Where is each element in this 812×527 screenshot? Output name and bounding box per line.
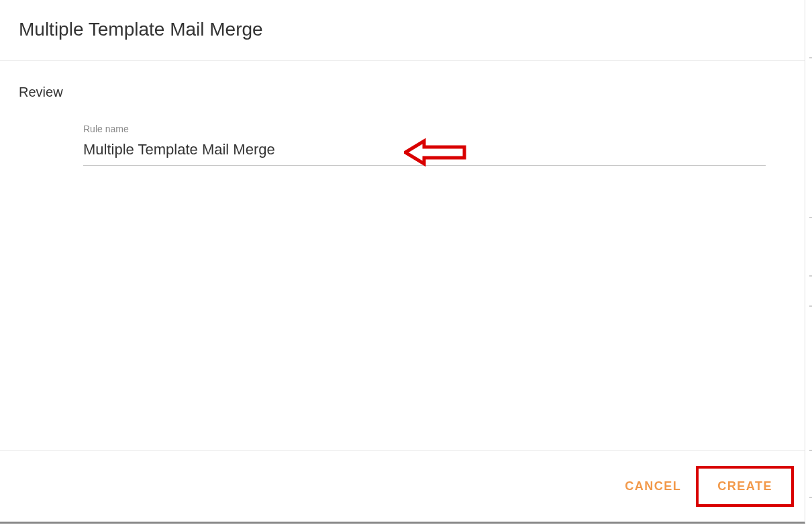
edge-marker [809, 217, 812, 218]
dialog-footer: CANCEL CREATE [0, 450, 805, 522]
create-button[interactable]: CREATE [696, 466, 794, 507]
dialog-body: Review Rule name [0, 61, 805, 450]
edge-marker [809, 497, 812, 498]
edge-marker [809, 57, 812, 58]
rule-name-field: Rule name [83, 124, 766, 166]
edge-markers [805, 0, 812, 527]
section-title: Review [19, 85, 786, 100]
dialog-title: Multiple Template Mail Merge [19, 19, 786, 40]
edge-marker [809, 305, 812, 307]
cancel-button[interactable]: CANCEL [610, 469, 696, 504]
dialog-container: Multiple Template Mail Merge Review Rule… [0, 0, 805, 524]
edge-marker [809, 450, 812, 451]
dialog-header: Multiple Template Mail Merge [0, 0, 805, 61]
edge-marker [809, 275, 812, 277]
rule-name-label: Rule name [83, 124, 766, 134]
rule-name-input[interactable] [83, 138, 766, 166]
